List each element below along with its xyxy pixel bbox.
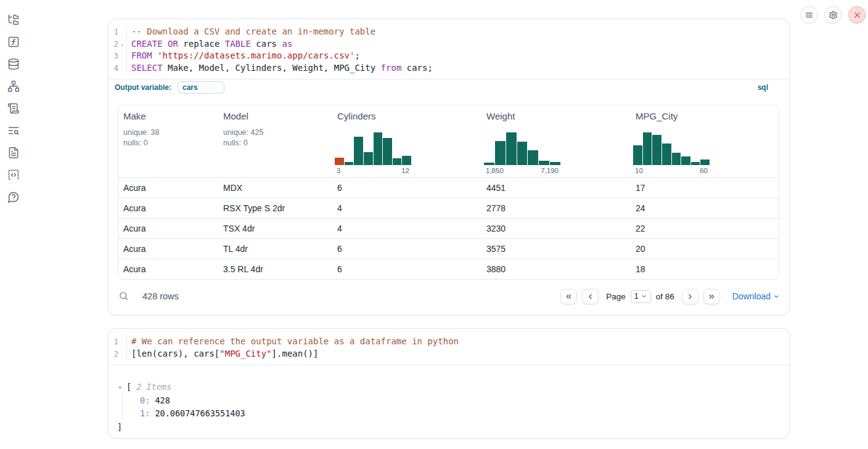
table-footer: 428 rows Page 1 of 86 bbox=[108, 280, 789, 313]
menu-icon[interactable] bbox=[800, 6, 817, 23]
tree-entry: 1: 20.060747663551403 bbox=[140, 407, 779, 421]
column-header-model[interactable]: Modelunique: 425nulls: 0 bbox=[218, 105, 332, 177]
column-name: Model bbox=[223, 111, 332, 121]
table-cell: RSX Type S 2dr bbox=[218, 203, 332, 213]
output-variable-label: Output variable: bbox=[115, 83, 171, 92]
table-cell: 6 bbox=[332, 264, 481, 274]
table-row[interactable]: Acura3.5 RL 4dr6388018 bbox=[118, 259, 779, 279]
table-cell: TL 4dr bbox=[218, 244, 332, 254]
table-cell: 3880 bbox=[481, 264, 631, 274]
tree-entry-key: 0: bbox=[140, 395, 150, 405]
table-cell: 3575 bbox=[481, 244, 631, 254]
gear-icon[interactable] bbox=[824, 6, 841, 23]
histogram-axis-labels: 1,8507,190 bbox=[484, 167, 560, 174]
code-snippet-icon[interactable] bbox=[7, 169, 20, 181]
top-right-actions bbox=[800, 6, 866, 23]
table-row[interactable]: AcuraTL 4dr6357520 bbox=[118, 238, 779, 259]
pagination: Page 1 of 86 Download bbox=[560, 289, 780, 304]
code-line: 2⌄CREATE OR replace TABLE cars as bbox=[108, 38, 789, 51]
scroll-icon[interactable] bbox=[7, 102, 20, 115]
line-number: 2⌄ bbox=[108, 38, 127, 51]
code-line: 2[len(cars), cars["MPG_City"].mean()] bbox=[108, 348, 789, 360]
column-header-weight[interactable]: Weight1,8507,190 bbox=[481, 105, 631, 177]
chevron-down-icon bbox=[117, 384, 123, 390]
open-bracket: [ bbox=[126, 381, 131, 394]
language-badge[interactable]: sql bbox=[758, 83, 768, 92]
code-line: 4SELECT Make, Model, Cylinders, Weight, … bbox=[108, 62, 789, 75]
database-icon[interactable] bbox=[7, 58, 20, 70]
row-count: 428 rows bbox=[142, 291, 179, 301]
table-cell: Acura bbox=[118, 244, 218, 254]
tree-children: 0: 4281: 20.060747663551403 bbox=[122, 394, 779, 421]
column-name: MPG_City bbox=[636, 111, 779, 121]
code-line: 1# We can reference the output variable … bbox=[108, 336, 789, 348]
column-stats: unique: 425nulls: 0 bbox=[223, 127, 332, 148]
table-cell: 6 bbox=[332, 244, 481, 254]
table-cell: 24 bbox=[631, 203, 779, 213]
tree-collapse-caret[interactable] bbox=[117, 384, 126, 390]
sql-code-editor[interactable]: 1-- Download a CSV and create an in-memo… bbox=[108, 19, 789, 79]
page-number-value: 1 bbox=[634, 292, 639, 301]
table-row[interactable]: AcuraTSX 4dr4323022 bbox=[118, 218, 779, 238]
table-cell: TSX 4dr bbox=[218, 224, 332, 233]
table-cell: Acura bbox=[118, 183, 218, 193]
table-cell: 18 bbox=[631, 264, 779, 274]
download-button[interactable]: Download bbox=[732, 291, 780, 301]
table-row[interactable]: AcuraMDX6445117 bbox=[118, 177, 779, 198]
table-cell: 4 bbox=[332, 203, 481, 213]
function-square-icon[interactable] bbox=[7, 36, 20, 48]
fold-chevron-icon[interactable]: ⌄ bbox=[118, 38, 126, 51]
table-cell: Acura bbox=[118, 203, 218, 213]
last-page-button[interactable] bbox=[703, 289, 720, 304]
python-cell: 1# We can reference the output variable … bbox=[108, 328, 790, 439]
page-total-label: of 86 bbox=[656, 292, 674, 301]
page-label: Page bbox=[606, 292, 626, 301]
network-icon[interactable] bbox=[7, 80, 20, 92]
file-tree-icon[interactable] bbox=[7, 14, 20, 26]
table-row[interactable]: AcuraRSX Type S 2dr4277824 bbox=[118, 198, 779, 218]
help-circle-icon[interactable] bbox=[7, 191, 20, 203]
sql-cell: 1-- Download a CSV and create an in-memo… bbox=[108, 18, 790, 315]
output-variable-row: Output variable: sql bbox=[108, 79, 789, 95]
table-cell: 4451 bbox=[481, 183, 631, 193]
code-line: 3FROM 'https://datasets.marimo.app/cars.… bbox=[108, 50, 789, 62]
column-header-mpg_city[interactable]: MPG_City1060 bbox=[631, 105, 779, 177]
table-cell: 20 bbox=[631, 244, 779, 254]
histogram-axis-labels: 312 bbox=[335, 167, 411, 174]
chevron-down-icon bbox=[641, 293, 647, 299]
table-cell: 22 bbox=[631, 224, 779, 233]
column-histogram[interactable]: 1060 bbox=[633, 132, 710, 174]
result-table: Makeunique: 38nulls: 0Modelunique: 425nu… bbox=[118, 105, 779, 280]
prev-page-button[interactable] bbox=[582, 289, 599, 304]
line-number: 1 bbox=[108, 26, 127, 38]
table-cell: 4 bbox=[332, 224, 481, 233]
column-name: Weight bbox=[486, 111, 631, 121]
table-cell: Acura bbox=[118, 264, 218, 274]
column-header-make[interactable]: Makeunique: 38nulls: 0 bbox=[118, 105, 218, 177]
table-cell: 2778 bbox=[481, 203, 631, 213]
column-histogram[interactable]: 312 bbox=[335, 132, 411, 174]
table-cell: 3.5 RL 4dr bbox=[218, 264, 332, 274]
text-search-icon[interactable] bbox=[7, 124, 20, 137]
items-count-label: 2 Items bbox=[136, 381, 171, 394]
table-body: AcuraMDX6445117AcuraRSX Type S 2dr427782… bbox=[118, 177, 779, 279]
close-icon[interactable] bbox=[848, 6, 866, 23]
line-number: 4 bbox=[108, 62, 127, 75]
next-page-button[interactable] bbox=[682, 289, 698, 304]
search-icon[interactable] bbox=[118, 291, 129, 302]
python-output: [ 2 Items 0: 4281: 20.060747663551403 ] bbox=[108, 365, 789, 434]
column-header-cylinders[interactable]: Cylinders312 bbox=[332, 105, 481, 177]
table-cell: 3230 bbox=[481, 224, 631, 233]
output-variable-input[interactable] bbox=[178, 81, 224, 94]
close-bracket: ] bbox=[117, 421, 779, 434]
python-code-editor[interactable]: 1# We can reference the output variable … bbox=[108, 329, 789, 365]
tree-entry: 0: 428 bbox=[140, 394, 779, 408]
column-histogram[interactable]: 1,8507,190 bbox=[484, 132, 560, 174]
file-text-icon[interactable] bbox=[7, 147, 20, 159]
first-page-button[interactable] bbox=[560, 289, 577, 304]
column-name: Cylinders bbox=[337, 111, 481, 121]
left-sidebar bbox=[0, 0, 27, 449]
table-header: Makeunique: 38nulls: 0Modelunique: 425nu… bbox=[118, 105, 779, 177]
line-number: 2 bbox=[108, 348, 127, 360]
page-number-select[interactable]: 1 bbox=[631, 290, 651, 303]
